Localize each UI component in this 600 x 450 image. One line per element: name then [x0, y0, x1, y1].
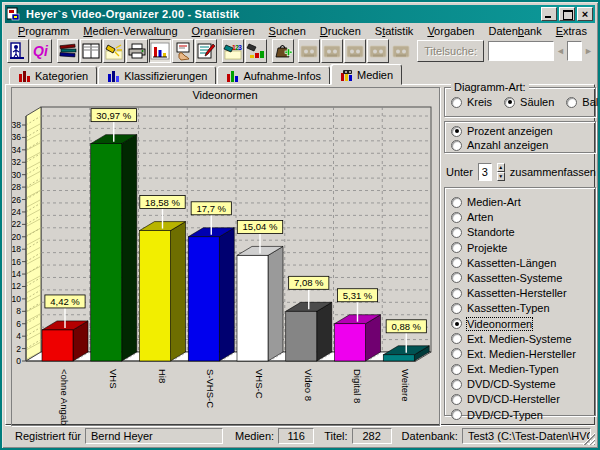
nav-right-icon: ► — [584, 46, 593, 56]
menu-organisieren[interactable]: Organisieren — [185, 24, 262, 38]
nav-next-button — [344, 39, 366, 63]
radio-standorte[interactable]: Standorte — [451, 226, 589, 238]
spin-down-button[interactable]: ▼ — [497, 172, 505, 181]
tab-kategorien[interactable]: Kategorien — [9, 66, 97, 85]
radio-icon — [451, 257, 462, 268]
statistik-optionen-groupbox: Medien-Art Arten Standorte Projekte Kass… — [444, 187, 596, 416]
bar-hi8 — [140, 222, 186, 361]
radio-label: DVD/CD-Typen — [467, 409, 543, 421]
radio-s-ulen[interactable]: Säulen — [504, 96, 554, 108]
radio-label: DVD/CD-Hersteller — [467, 393, 560, 405]
diagramm-art-label: Diagramm-Art: — [451, 81, 529, 93]
radio-dvd-cd-hersteller[interactable]: DVD/CD-Hersteller — [451, 393, 589, 405]
radio-medien-art[interactable]: Medien-Art — [451, 196, 589, 208]
exit-button[interactable] — [7, 39, 29, 63]
menu-suchen[interactable]: Suchen — [262, 24, 313, 38]
tab-klassifizierungen[interactable]: Klassifizierungen — [98, 66, 216, 85]
edit-list-button[interactable] — [195, 39, 217, 63]
diagramm-art-groupbox: Diagramm-Art: Kreis Säulen Balken — [444, 87, 596, 117]
value-label: 7,08 % — [294, 277, 324, 288]
menu-programm[interactable]: Programm — [11, 24, 76, 38]
titelsuche-label: Titelsuche: — [424, 45, 477, 57]
datenbank-value: Test3 (C:\Test-Daten\HVO2-Test3\) — [462, 428, 591, 444]
statistics-button[interactable] — [149, 39, 171, 63]
radio-icon — [451, 333, 462, 344]
radio-kassetten-hersteller[interactable]: Kassetten-Hersteller — [451, 287, 589, 299]
maximize-button[interactable] — [559, 7, 575, 21]
radio-prozent-anzeigen[interactable]: Prozent anzeigen — [451, 125, 589, 137]
zusammenfassen-spinner: ▲ ▼ — [497, 163, 505, 181]
radio-kassetten-typen[interactable]: Kassetten-Typen — [451, 302, 589, 314]
radio-kassetten-l-ngen[interactable]: Kassetten-Längen — [451, 257, 589, 269]
value-label: 0,88 % — [391, 321, 421, 332]
menu-datenbank[interactable]: Datenbank — [481, 24, 548, 38]
radio-icon — [451, 97, 462, 108]
radio-label: Standorte — [467, 226, 515, 238]
format-button[interactable] — [245, 39, 267, 63]
radio-label: DVD/CD-Systeme — [467, 378, 556, 390]
spin-up-button[interactable]: ▲ — [497, 163, 505, 172]
radio-kassetten-systeme[interactable]: Kassetten-Systeme — [451, 272, 589, 284]
media-list-button[interactable] — [57, 39, 79, 63]
category-label: Weitere — [400, 369, 411, 402]
minimize-button[interactable] — [541, 7, 557, 21]
radio-label: Kassetten-Längen — [467, 257, 556, 269]
renumber-button[interactable]: 123 — [222, 39, 244, 63]
radio-dvd-cd-systeme[interactable]: DVD/CD-Systeme — [451, 378, 589, 390]
edit-media-button[interactable] — [172, 39, 194, 63]
app-window: Heyer`s Video-Organizer 2.00 - Statistik… — [0, 0, 600, 450]
svg-text:8: 8 — [16, 306, 21, 316]
bar-video-8 — [286, 302, 332, 361]
svg-text:28: 28 — [12, 182, 21, 192]
print-button[interactable] — [126, 39, 148, 63]
value-label: 30,97 % — [96, 110, 131, 121]
tab-aufnahmeinfos[interactable]: Aufnahme-Infos — [217, 66, 330, 85]
menu-drucken[interactable]: Drucken — [313, 24, 368, 38]
radio-icon — [451, 288, 462, 299]
menu-hilfe[interactable]: Hilfe — [594, 24, 600, 38]
tab-medien[interactable]: Medien — [331, 64, 402, 85]
card-index-button[interactable] — [80, 39, 102, 63]
radio-ext-medien-typen[interactable]: Ext. Medien-Typen — [451, 363, 589, 375]
value-label: 18,58 % — [145, 197, 180, 208]
close-button[interactable]: × — [577, 7, 593, 21]
svg-text:18: 18 — [12, 244, 21, 254]
radio-icon — [451, 227, 462, 238]
radio-anzahl-anzeigen[interactable]: Anzahl anzeigen — [451, 139, 589, 151]
radio-icon — [451, 409, 462, 420]
listpencil-icon — [196, 41, 216, 61]
search-button[interactable] — [103, 39, 125, 63]
menu-medienverwaltung[interactable]: Medien-Verwaltung — [76, 24, 184, 38]
radio-label: Projekte — [467, 242, 507, 254]
resize-grip[interactable] — [582, 432, 595, 445]
titelsuche-button: Titelsuche: — [417, 40, 484, 62]
zusammenfassen-value[interactable]: 3 — [478, 163, 492, 181]
flashlight-icon — [104, 41, 124, 61]
menu-vorgaben[interactable]: Vorgaben — [420, 24, 481, 38]
menu-statistik[interactable]: Statistik — [368, 24, 421, 38]
radio-ext-medien-hersteller[interactable]: Ext. Medien-Hersteller — [451, 348, 589, 360]
radio-kreis[interactable]: Kreis — [451, 96, 492, 108]
radio-balken[interactable]: Balken — [566, 96, 600, 108]
bar-vhs — [91, 135, 137, 361]
category-label: <ohne Angabe> — [59, 369, 70, 425]
radio-dvd-cd-typen[interactable]: DVD/CD-Typen — [451, 409, 589, 421]
barchart-icon — [150, 41, 170, 61]
radio-icon — [451, 140, 462, 151]
radio-icon — [451, 394, 462, 405]
menu-extras[interactable]: Extras — [549, 24, 594, 38]
radio-arten[interactable]: Arten — [451, 211, 589, 223]
category-label: VHS-C — [254, 369, 265, 399]
title-search-input[interactable] — [488, 41, 554, 61]
radio-projekte[interactable]: Projekte — [451, 242, 589, 254]
quickinfo-button[interactable]: Qi — [30, 39, 52, 63]
titel-count: 282 — [352, 428, 392, 444]
radio-label: Säulen — [520, 96, 554, 108]
radio-label: Ext. Medien-Systeme — [467, 333, 572, 345]
radio-ext-medien-systeme[interactable]: Ext. Medien-Systeme — [451, 333, 589, 345]
toolbar: Qi123Titelsuche: ◄ ► — [5, 38, 595, 64]
add-media-button[interactable] — [272, 39, 294, 63]
datenbank-label: Datenbank: — [402, 430, 458, 442]
radio-label: Kreis — [467, 96, 492, 108]
radio-videonormen[interactable]: Videonormen — [451, 318, 589, 330]
